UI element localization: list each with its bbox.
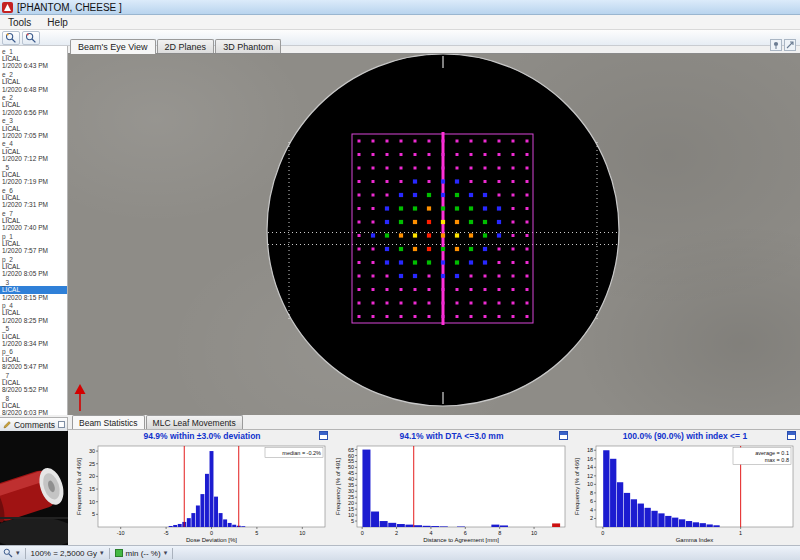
beams-eye-view-canvas[interactable] (68, 53, 800, 415)
tab-2d-planes[interactable]: 2D Planes (157, 39, 215, 53)
comments-tab[interactable]: Comments (0, 417, 68, 431)
main-view-tabs: Beam's Eye View 2D Planes 3D Phantom (70, 38, 282, 53)
beam-time[interactable]: 1/2020 6:48 PM (0, 86, 67, 93)
beam-name[interactable]: e_7 (0, 210, 67, 217)
menu-item-help[interactable]: Help (39, 16, 76, 29)
svg-text:Distance to Agreement [mm]: Distance to Agreement [mm] (423, 537, 499, 543)
beam-list-item[interactable]: p_6LICAL8/2020 5:47 PM (0, 348, 67, 370)
beam-time[interactable]: 8/2020 6:03 PM (0, 409, 67, 415)
beam-name[interactable]: p_1 (0, 233, 67, 240)
beam-type[interactable]: LICAL (0, 356, 67, 363)
dose-scale-caret[interactable]: ▾ (100, 549, 104, 557)
display-mode-icon[interactable] (115, 549, 123, 557)
beam-list-item[interactable]: e_4LICAL1/2020 7:12 PM (0, 140, 67, 162)
menu-item-tools[interactable]: Tools (0, 16, 39, 29)
beam-name[interactable]: _5 (0, 164, 67, 171)
svg-text:median = -0.2%: median = -0.2% (282, 450, 321, 456)
tab-3d-phantom[interactable]: 3D Phantom (215, 39, 281, 53)
beam-time[interactable]: 1/2020 6:43 PM (0, 62, 67, 69)
svg-text:2: 2 (590, 515, 593, 521)
maximize-dose-chart-icon[interactable] (319, 431, 328, 440)
maximize-gamma-chart-icon[interactable] (787, 431, 796, 440)
magnifier-plus-icon (5, 32, 17, 44)
beam-time[interactable]: 1/2020 6:56 PM (0, 109, 67, 116)
beam-type[interactable]: LICAL (0, 78, 67, 85)
beam-time[interactable]: 1/2020 8:34 PM (0, 340, 67, 347)
beam-type[interactable]: LICAL (0, 309, 67, 316)
expand-view-icon[interactable] (784, 39, 796, 51)
beam-list-item[interactable]: p_4LICAL1/2020 8:25 PM (0, 302, 67, 324)
dta-title: 94.1% with DTA <=3.0 mm (333, 430, 570, 442)
beam-list-item[interactable]: e_2LICAL1/2020 6:48 PM (0, 71, 67, 93)
beam-type[interactable]: LICAL (0, 55, 67, 62)
tab-beam-statistics[interactable]: Beam Statistics (72, 415, 145, 429)
status-zoom-icon[interactable] (3, 548, 13, 558)
beam-name[interactable]: _8 (0, 395, 67, 402)
beam-list-item[interactable]: _5LICAL1/2020 7:19 PM (0, 164, 67, 186)
beam-list-item[interactable]: p_1LICAL1/2020 7:57 PM (0, 233, 67, 255)
beam-name[interactable]: p_4 (0, 302, 67, 309)
beam-time[interactable]: 1/2020 8:25 PM (0, 317, 67, 324)
dta-chart: 94.1% with DTA <=3.0 mm 5101520253035404… (333, 430, 570, 543)
beam-name[interactable]: _3 (0, 279, 67, 286)
beam-list-item[interactable]: p_2LICAL1/2020 8:05 PM (0, 256, 67, 278)
comments-expand-icon[interactable] (58, 421, 65, 428)
beam-name[interactable]: e_4 (0, 140, 67, 147)
beam-list-item[interactable]: _5LICAL1/2020 8:34 PM (0, 325, 67, 347)
beam-type[interactable]: LICAL (0, 240, 67, 247)
beam-name[interactable]: _5 (0, 325, 67, 332)
svg-text:Dose Deviation [%]: Dose Deviation [%] (186, 537, 237, 543)
beam-name[interactable]: e_3 (0, 117, 67, 124)
beam-list[interactable]: e_1LICAL1/2020 6:43 PMe_2LICAL1/2020 6:4… (0, 46, 68, 415)
zoom-in-button[interactable] (2, 31, 20, 45)
beam-time[interactable]: 1/2020 7:12 PM (0, 155, 67, 162)
beam-type[interactable]: LICAL (0, 148, 67, 155)
beam-list-item[interactable]: _7LICAL8/2020 5:52 PM (0, 372, 67, 394)
beam-name[interactable]: e_1 (0, 48, 67, 55)
beam-time[interactable]: 8/2020 5:47 PM (0, 363, 67, 370)
beam-type[interactable]: LICAL (0, 379, 67, 386)
beam-time[interactable]: 1/2020 7:40 PM (0, 224, 67, 231)
beam-type[interactable]: LICAL (0, 286, 67, 293)
beam-time[interactable]: 1/2020 7:31 PM (0, 201, 67, 208)
beam-time[interactable]: 1/2020 7:57 PM (0, 247, 67, 254)
beam-list-item[interactable]: e_1LICAL1/2020 6:43 PM (0, 48, 67, 70)
svg-text:Frequency [% of 466]: Frequency [% of 466] (76, 458, 82, 515)
beam-time[interactable]: 8/2020 5:52 PM (0, 386, 67, 393)
beam-type[interactable]: LICAL (0, 171, 67, 178)
tab-beams-eye-view[interactable]: Beam's Eye View (70, 39, 156, 54)
maximize-dta-chart-icon[interactable] (559, 431, 568, 440)
beam-list-item[interactable]: e_2LICAL1/2020 6:56 PM (0, 94, 67, 116)
beam-list-item[interactable]: e_7LICAL1/2020 7:40 PM (0, 210, 67, 232)
beam-time[interactable]: 1/2020 7:05 PM (0, 132, 67, 139)
svg-text:0: 0 (361, 530, 364, 536)
beam-type[interactable]: LICAL (0, 263, 67, 270)
beam-name[interactable]: p_6 (0, 348, 67, 355)
beam-list-item[interactable]: e_3LICAL1/2020 7:05 PM (0, 117, 67, 139)
beam-time[interactable]: 1/2020 8:05 PM (0, 270, 67, 277)
tab-mlc-leaf-movements[interactable]: MLC Leaf Movements (146, 415, 243, 429)
beam-type[interactable]: LICAL (0, 333, 67, 340)
beam-type[interactable]: LICAL (0, 194, 67, 201)
beam-list-item[interactable]: _3LICAL1/2020 8:15 PM (0, 279, 67, 301)
beam-type[interactable]: LICAL (0, 402, 67, 409)
zoom-out-button[interactable] (22, 31, 40, 45)
display-mode-caret[interactable]: ▾ (164, 549, 168, 557)
beam-name[interactable]: e_2 (0, 94, 67, 101)
beam-time[interactable]: 1/2020 7:19 PM (0, 178, 67, 185)
beam-type[interactable]: LICAL (0, 101, 67, 108)
beam-name[interactable]: e_6 (0, 187, 67, 194)
zoom-dropdown-caret[interactable]: ▾ (16, 549, 20, 557)
dose-scale-value[interactable]: 100% = 2,5000 Gy (31, 549, 98, 558)
beam-type[interactable]: LICAL (0, 125, 67, 132)
beam-type[interactable]: LICAL (0, 217, 67, 224)
svg-text:6: 6 (590, 498, 593, 504)
display-mode-value[interactable]: min (-- %) (126, 549, 161, 558)
pin-icon[interactable] (770, 39, 782, 51)
beam-name[interactable]: p_2 (0, 256, 67, 263)
beam-time[interactable]: 1/2020 8:15 PM (0, 294, 67, 301)
beam-name[interactable]: e_2 (0, 71, 67, 78)
beam-name[interactable]: _7 (0, 372, 67, 379)
beam-list-item[interactable]: e_6LICAL1/2020 7:31 PM (0, 187, 67, 209)
beam-list-item[interactable]: _8LICAL8/2020 6:03 PM (0, 395, 67, 415)
